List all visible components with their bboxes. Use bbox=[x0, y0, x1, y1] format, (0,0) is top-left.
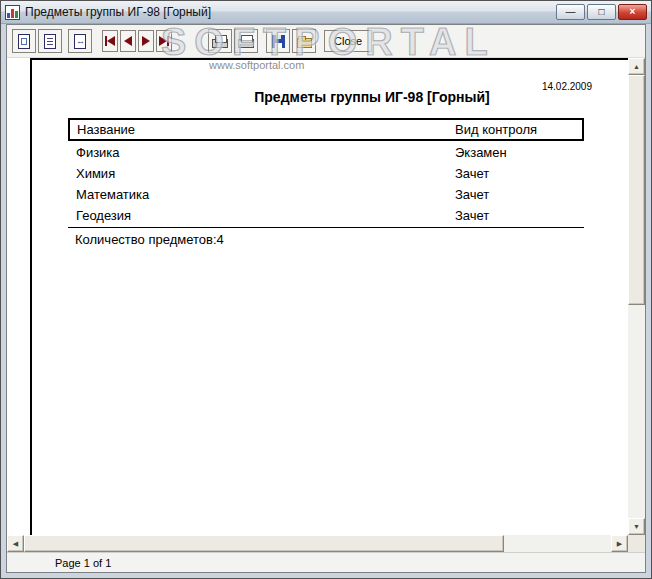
zoom-width-button[interactable] bbox=[68, 29, 92, 53]
minimize-button[interactable]: — bbox=[556, 4, 585, 20]
window-content: Close 14.02.2009 Предметы группы ИГ-98 [… bbox=[6, 24, 646, 573]
last-page-button[interactable] bbox=[156, 30, 172, 52]
report-summary: Количество предметов:4 bbox=[75, 232, 224, 247]
scroll-down-button[interactable]: ▼ bbox=[628, 518, 645, 535]
table-row: Химия Зачет bbox=[68, 166, 584, 186]
first-page-button[interactable] bbox=[102, 30, 118, 52]
subject-name-cell: Химия bbox=[76, 166, 115, 181]
control-type-cell: Экзамен bbox=[455, 145, 507, 160]
scrollbar-corner bbox=[628, 535, 645, 552]
printer-setup-button[interactable] bbox=[208, 29, 232, 53]
zoom-fit-icon bbox=[18, 34, 30, 49]
control-type-cell: Зачет bbox=[455, 208, 489, 223]
horizontal-scrollbar[interactable]: ◀ ▶ bbox=[7, 535, 628, 552]
maximize-button[interactable]: □ bbox=[587, 4, 616, 20]
column-header-control: Вид контроля bbox=[455, 122, 537, 137]
window-title: Предметы группы ИГ-98 [Горный] bbox=[25, 5, 556, 19]
report-page: 14.02.2009 Предметы группы ИГ-98 [Горный… bbox=[30, 58, 628, 535]
scroll-right-button[interactable]: ▶ bbox=[611, 535, 628, 552]
titlebar[interactable]: Предметы группы ИГ-98 [Горный] — □ × bbox=[1, 1, 651, 24]
prev-page-button[interactable] bbox=[120, 30, 136, 52]
horizontal-scroll-thumb[interactable] bbox=[24, 535, 504, 552]
close-window-button[interactable]: × bbox=[618, 4, 647, 20]
scroll-up-button[interactable]: ▲ bbox=[628, 58, 645, 75]
toolbar: Close bbox=[7, 25, 645, 58]
statusbar: Page 1 of 1 bbox=[7, 552, 645, 572]
printer-setup-icon bbox=[212, 35, 228, 48]
control-type-cell: Зачет bbox=[455, 187, 489, 202]
table-row: Физика Экзамен bbox=[68, 145, 584, 165]
prev-page-icon bbox=[124, 36, 132, 46]
zoom-width-icon bbox=[74, 34, 86, 49]
last-page-icon bbox=[159, 36, 167, 46]
vertical-scrollbar[interactable]: ▲ ▼ bbox=[628, 58, 645, 535]
subject-name-cell: Математика bbox=[76, 187, 149, 202]
column-header-name: Название bbox=[77, 122, 135, 137]
table-row: Геодезия Зачет bbox=[68, 208, 584, 228]
zoom-100-button[interactable] bbox=[38, 29, 62, 53]
subject-name-cell: Физика bbox=[76, 145, 120, 160]
control-type-cell: Зачет bbox=[455, 166, 489, 181]
zoom-fit-button[interactable] bbox=[12, 29, 36, 53]
table-row: Математика Зачет bbox=[68, 187, 584, 207]
window-controls: — □ × bbox=[556, 4, 647, 20]
zoom-100-icon bbox=[44, 34, 56, 49]
print-button[interactable] bbox=[234, 29, 258, 53]
scroll-left-button[interactable]: ◀ bbox=[7, 535, 24, 552]
report-page-viewport: 14.02.2009 Предметы группы ИГ-98 [Горный… bbox=[7, 58, 628, 535]
vertical-scroll-thumb[interactable] bbox=[628, 75, 645, 305]
next-page-button[interactable] bbox=[138, 30, 154, 52]
next-page-icon bbox=[142, 36, 150, 46]
print-icon bbox=[238, 35, 254, 48]
save-icon bbox=[272, 35, 285, 48]
table-footer-line bbox=[68, 227, 584, 228]
preview-area: 14.02.2009 Предметы группы ИГ-98 [Горный… bbox=[7, 58, 645, 552]
report-preview-window: Предметы группы ИГ-98 [Горный] — □ × Clo… bbox=[0, 0, 652, 579]
open-folder-icon bbox=[297, 38, 312, 48]
load-report-button[interactable] bbox=[292, 29, 316, 53]
table-header-row: Название Вид контроля bbox=[68, 118, 584, 141]
save-report-button[interactable] bbox=[266, 29, 290, 53]
subject-name-cell: Геодезия bbox=[76, 208, 131, 223]
app-icon bbox=[5, 5, 20, 20]
close-preview-button[interactable]: Close bbox=[324, 30, 372, 52]
page-indicator: Page 1 of 1 bbox=[11, 557, 111, 569]
report-title: Предметы группы ИГ-98 [Горный] bbox=[32, 89, 628, 105]
